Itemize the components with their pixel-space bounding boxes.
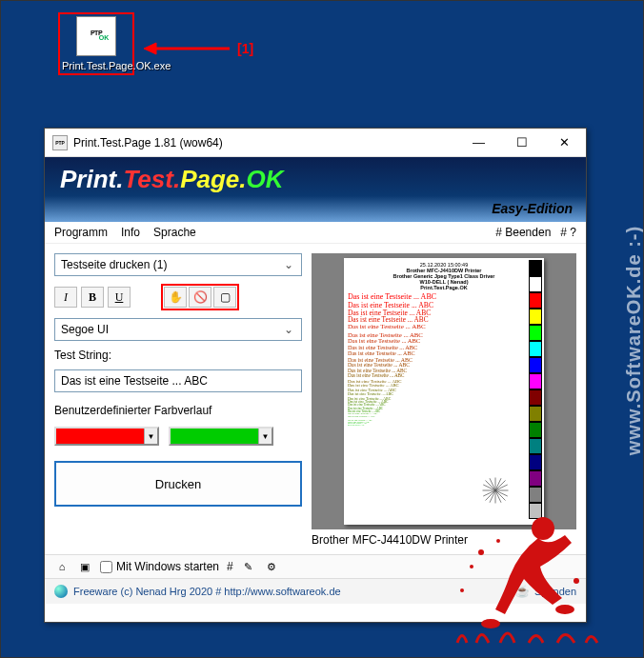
menu-sprache[interactable]: Sprache [153, 226, 196, 239]
color-swatch [529, 422, 542, 438]
color-swatch [529, 341, 542, 357]
desktop-icon-label: Print.Test.Page.OK.exe [62, 60, 131, 71]
gradient-buttons-group: ✋ 🚫 ▢ [161, 284, 239, 310]
svg-point-21 [478, 549, 484, 555]
gradient-icon-2[interactable]: 🚫 [189, 287, 211, 308]
preview-page: 25.12.2020 15:00:49 Brother MFC-J4410DW … [344, 258, 544, 525]
menu-info[interactable]: Info [121, 226, 140, 239]
color-swatch [529, 276, 542, 292]
svg-point-18 [532, 517, 554, 540]
annotation-1: [1] [237, 41, 253, 56]
autostart-text: Mit Windows starten [116, 560, 219, 573]
left-panel: Testseite drucken (1) I B U ✋ 🚫 ▢ Segoe … [54, 253, 302, 550]
bold-button[interactable]: B [81, 287, 104, 308]
gradient-color-1[interactable]: ▼ [54, 427, 159, 446]
action-combo[interactable]: Testseite drucken (1) [54, 253, 302, 276]
banner-word-ok: OK [247, 165, 284, 193]
svg-point-24 [496, 539, 500, 543]
color-swatch [529, 389, 542, 406]
red-figure-graphic [453, 495, 605, 648]
banner-edition: Easy-Edition [492, 201, 573, 216]
gradient-row: ▼ ▼ [54, 427, 302, 446]
autostart-checkbox[interactable] [100, 561, 112, 573]
preview-area: 25.12.2020 15:00:49 Brother MFC-J4410DW … [312, 253, 576, 529]
titlebar-app-icon: PTP [52, 135, 68, 150]
print-button-label: Drucken [155, 477, 201, 491]
gradient-drop-2[interactable]: ▼ [258, 429, 272, 444]
globe-icon [54, 585, 68, 598]
color-swatch [529, 260, 542, 276]
menu-help[interactable]: # ? [560, 226, 576, 239]
svg-point-19 [481, 619, 500, 628]
preview-h5: Print.Test.Page.OK [348, 285, 540, 290]
preview-test-lines: Das ist eine Testseite ... ABCDas ist ei… [348, 293, 540, 426]
exe-icon-graphic: PTP OK [76, 16, 116, 56]
color-swatch [529, 309, 542, 325]
tray-icon-2[interactable]: ▣ [77, 559, 92, 574]
menu-programm[interactable]: Programm [54, 226, 108, 239]
tool-icon-2[interactable]: ⚙ [264, 559, 279, 574]
color-swatch [529, 470, 542, 487]
icon-text-ok: OK [99, 34, 110, 41]
svg-point-20 [555, 605, 574, 614]
italic-button[interactable]: I [54, 287, 77, 308]
svg-point-25 [460, 588, 464, 592]
teststring-input[interactable]: Das ist eine Testseite ... ABC [54, 369, 302, 392]
teststring-value: Das ist eine Testseite ... ABC [61, 374, 208, 388]
window-title: Print.Test.Page 1.81 (wow64) [73, 136, 457, 150]
gradient-color-2[interactable]: ▼ [169, 427, 273, 446]
arrow-1 [139, 20, 234, 77]
preview-colorstrip [529, 260, 542, 519]
tool-icon-1[interactable]: ✎ [241, 559, 256, 574]
menubar: Programm Info Sprache # Beenden # ? [45, 222, 586, 244]
titlebar[interactable]: PTP Print.Test.Page 1.81 (wow64) — ☐ ✕ [45, 129, 586, 157]
gradient-icon-1[interactable]: ✋ [164, 287, 187, 308]
gradient-icon-3[interactable]: ▢ [213, 287, 236, 308]
preview-test-line: Das ist eine Testseite ... ABC [348, 324, 540, 330]
minimize-button[interactable]: — [457, 129, 500, 156]
font-combo[interactable]: Segoe UI [54, 318, 302, 341]
gradient-swatch-1 [56, 429, 144, 444]
gradient-label: Benutzerdefinierter Farbverlauf [54, 404, 302, 417]
color-swatch [529, 357, 542, 373]
banner-word-page: Page. [180, 165, 246, 193]
preview-test-line: Das ist eine Testseite ... ABC [348, 425, 540, 427]
teststring-label: Test String: [54, 349, 302, 362]
print-button[interactable]: Drucken [54, 461, 302, 507]
menu-beenden[interactable]: # Beenden [495, 226, 551, 239]
format-row: I B U ✋ 🚫 ▢ [54, 284, 302, 310]
watermark-text: www.SoftwareOK.de :-) [623, 225, 645, 454]
svg-marker-1 [144, 43, 156, 54]
maximize-button[interactable]: ☐ [500, 129, 543, 156]
underline-button[interactable]: U [108, 287, 131, 308]
tray-icon-1[interactable]: ⌂ [54, 559, 70, 574]
preview-header: 25.12.2020 15:00:49 Brother MFC-J4410DW … [348, 262, 540, 290]
action-combo-value: Testseite drucken (1) [61, 258, 167, 271]
banner-word-print: Print. [60, 165, 123, 193]
hash-link[interactable]: # [227, 560, 233, 573]
autostart-checkbox-label[interactable]: Mit Windows starten [100, 560, 219, 573]
color-swatch [529, 454, 542, 470]
gradient-swatch-2 [171, 429, 258, 444]
gradient-drop-1[interactable]: ▼ [144, 429, 157, 444]
desktop-exe-icon[interactable]: PTP OK Print.Test.Page.OK.exe [58, 12, 134, 75]
color-swatch [529, 325, 542, 341]
app-banner: Print.Test.Page.OK Easy-Edition [45, 157, 586, 222]
color-swatch [529, 292, 542, 309]
font-combo-value: Segoe UI [61, 323, 109, 336]
color-swatch [529, 373, 542, 389]
banner-word-test: Test. [123, 165, 180, 193]
svg-point-23 [574, 578, 579, 584]
close-button[interactable]: ✕ [543, 129, 586, 156]
color-swatch [529, 438, 542, 454]
preview-test-line: Das ist eine Testseite ... ABC [348, 345, 540, 351]
status-text[interactable]: Freeware (c) Nenad Hrg 2020 # http://www… [73, 586, 341, 597]
color-swatch [529, 406, 542, 422]
svg-point-22 [470, 565, 473, 568]
